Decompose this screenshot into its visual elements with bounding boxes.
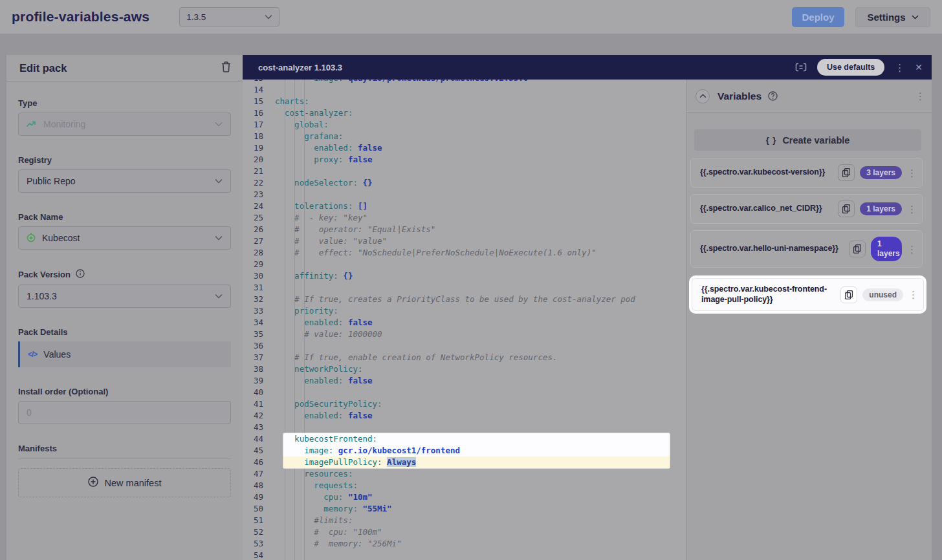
copy-icon bbox=[842, 168, 850, 177]
code-line[interactable]: 54 bbox=[243, 550, 686, 560]
variable-menu-icon[interactable]: ⋮ bbox=[908, 290, 918, 299]
info-icon[interactable] bbox=[76, 269, 85, 280]
code-line[interactable]: 53 # memory: "256Mi" bbox=[243, 538, 686, 550]
pack-version-select[interactable]: 1.103.3 bbox=[18, 285, 231, 308]
copy-variable-button[interactable] bbox=[838, 200, 855, 217]
use-defaults-button[interactable]: Use defaults bbox=[817, 59, 884, 76]
chevron-down-icon bbox=[215, 178, 223, 184]
code-line[interactable]: 21 bbox=[243, 166, 686, 177]
code-line[interactable]: 37 # If true, enable creation of Network… bbox=[243, 352, 686, 363]
code-line[interactable]: 42 enabled: false bbox=[243, 410, 686, 422]
copy-variable-button[interactable] bbox=[838, 164, 855, 181]
line-content: podSecurityPolicy: bbox=[275, 398, 686, 410]
trash-icon[interactable] bbox=[221, 61, 231, 75]
variable-menu-icon[interactable]: ⋮ bbox=[907, 204, 917, 214]
code-line[interactable]: 45 image: gcr.io/kubecost1/frontend bbox=[243, 445, 686, 457]
pack-version-value: 1.103.3 bbox=[27, 291, 57, 301]
code-lines: 13 image: quay.io/prometheus/prometheus:… bbox=[243, 80, 686, 560]
code-line[interactable]: 48 requests: bbox=[243, 480, 686, 491]
deploy-button[interactable]: Deploy bbox=[792, 7, 844, 27]
code-line[interactable]: 52 # cpu: "100m" bbox=[243, 526, 686, 538]
code-line[interactable]: 34 enabled: false bbox=[243, 317, 686, 328]
code-line[interactable]: 14 bbox=[243, 84, 686, 96]
code-line[interactable]: 43 bbox=[243, 422, 686, 433]
variable-item[interactable]: {{.spectro.var.calico_net_CIDR}}1 layers… bbox=[690, 194, 923, 224]
code-line[interactable]: 30 affinity: {} bbox=[243, 270, 686, 282]
variable-menu-icon[interactable]: ⋮ bbox=[907, 244, 917, 254]
code-line[interactable]: 39 enabled: false bbox=[243, 375, 686, 387]
chevron-down-icon bbox=[215, 235, 223, 241]
new-manifest-button[interactable]: New manifest bbox=[18, 468, 231, 497]
chevron-down-icon bbox=[265, 14, 272, 19]
code-line[interactable]: 41 podSecurityPolicy: bbox=[243, 398, 686, 410]
code-line[interactable]: 28 # effect: "NoSchedule|PreferNoSchedul… bbox=[243, 247, 686, 259]
pack-version-label: Pack Version bbox=[18, 269, 231, 280]
code-line[interactable]: 31 bbox=[243, 282, 686, 294]
code-line[interactable]: 13 image: quay.io/prometheus/prometheus:… bbox=[243, 80, 686, 84]
variable-menu-icon[interactable]: ⋮ bbox=[907, 168, 917, 178]
code-line[interactable]: 18 grafana: bbox=[243, 131, 686, 142]
values-label: Values bbox=[43, 349, 71, 360]
code-line[interactable]: 33 priority: bbox=[243, 305, 686, 317]
yaml-editor[interactable]: 13 image: quay.io/prometheus/prometheus:… bbox=[243, 80, 686, 560]
line-number: 23 bbox=[243, 189, 275, 200]
code-line[interactable]: 47 resources: bbox=[243, 468, 686, 480]
pack-name-select[interactable]: Kubecost bbox=[18, 226, 231, 250]
code-line[interactable]: 36 bbox=[243, 340, 686, 352]
variable-item[interactable]: {{.spectro.var.kubecost-version}}3 layer… bbox=[690, 158, 923, 188]
pack-editor-panel: cost-analyzer 1.103.3 Use defaults ⋮ ✕ 1… bbox=[243, 55, 932, 560]
code-line[interactable]: 49 cpu: "10m" bbox=[243, 491, 686, 503]
help-icon[interactable] bbox=[768, 91, 778, 101]
pack-name-label: Pack Name bbox=[18, 212, 231, 222]
line-number: 19 bbox=[243, 142, 275, 154]
line-content: enabled: false bbox=[275, 142, 686, 154]
type-label: Type bbox=[18, 98, 231, 108]
code-line[interactable]: 51 #limits: bbox=[243, 515, 686, 526]
code-line[interactable]: 15charts: bbox=[243, 96, 686, 107]
line-number: 51 bbox=[243, 515, 275, 526]
code-line[interactable]: 44 kubecostFrontend: bbox=[243, 433, 686, 445]
code-line[interactable]: 38 networkPolicy: bbox=[243, 363, 686, 375]
copy-variable-button[interactable] bbox=[849, 241, 866, 257]
code-line[interactable]: 25 # - key: "key" bbox=[243, 212, 686, 224]
type-select[interactable]: Monitoring bbox=[18, 113, 231, 136]
code-line[interactable]: 32 # If true, creates a PriorityClass to… bbox=[243, 294, 686, 305]
code-line[interactable]: 29 bbox=[243, 259, 686, 270]
settings-button[interactable]: Settings bbox=[855, 7, 930, 27]
line-number: 31 bbox=[243, 282, 275, 294]
line-content: image: gcr.io/kubecost1/frontend bbox=[275, 445, 686, 457]
sidebar-title: Edit pack bbox=[19, 62, 67, 74]
code-line[interactable]: 17 global: bbox=[243, 119, 686, 131]
code-line[interactable]: 22 nodeSelector: {} bbox=[243, 177, 686, 189]
code-line[interactable]: 23 bbox=[243, 189, 686, 200]
variable-item[interactable]: {{.spectro.var.kubecost-frontend-image-p… bbox=[692, 278, 924, 311]
pack-details-values-item[interactable]: </> Values bbox=[18, 341, 231, 367]
create-variable-button[interactable]: { } Create variable bbox=[694, 129, 921, 151]
profile-version-select[interactable]: 1.3.5 bbox=[179, 7, 279, 27]
code-line[interactable]: 19 enabled: false bbox=[243, 142, 686, 154]
code-line[interactable]: 20 proxy: false bbox=[243, 154, 686, 166]
line-number: 27 bbox=[243, 235, 275, 247]
variables-menu-icon[interactable]: ⋮ bbox=[915, 91, 925, 101]
code-line[interactable]: 27 # value: "value" bbox=[243, 235, 686, 247]
code-line[interactable]: 50 memory: "55Mi" bbox=[243, 503, 686, 515]
kebab-menu-icon[interactable]: ⋮ bbox=[895, 63, 904, 72]
install-order-input[interactable] bbox=[18, 401, 231, 424]
collapse-panel-icon[interactable] bbox=[696, 89, 710, 103]
code-line[interactable]: 35 # value: 1000000 bbox=[243, 328, 686, 340]
line-content: tolerations: [] bbox=[275, 200, 686, 212]
expand-editor-icon[interactable] bbox=[795, 63, 807, 72]
code-line[interactable]: 16 cost-analyzer: bbox=[243, 107, 686, 119]
line-content: # effect: "NoSchedule|PreferNoSchedule|N… bbox=[275, 247, 686, 259]
variable-name: {{.spectro.var.hello-uni-namespace}} bbox=[700, 244, 844, 254]
registry-select[interactable]: Public Repo bbox=[18, 169, 231, 193]
code-line[interactable]: 40 bbox=[243, 387, 686, 398]
variables-panel: Variables ⋮ { } Create variable {{.spect… bbox=[686, 80, 932, 560]
line-number: 38 bbox=[243, 363, 275, 375]
variable-item[interactable]: {{.spectro.var.hello-uni-namespace}}1 la… bbox=[690, 230, 923, 268]
copy-variable-button[interactable] bbox=[840, 286, 857, 303]
code-line[interactable]: 26 # operator: "Equal|Exists" bbox=[243, 224, 686, 235]
code-line[interactable]: 24 tolerations: [] bbox=[243, 200, 686, 212]
close-icon[interactable]: ✕ bbox=[915, 62, 923, 72]
code-line[interactable]: 46 imagePullPolicy: Always bbox=[243, 457, 686, 468]
